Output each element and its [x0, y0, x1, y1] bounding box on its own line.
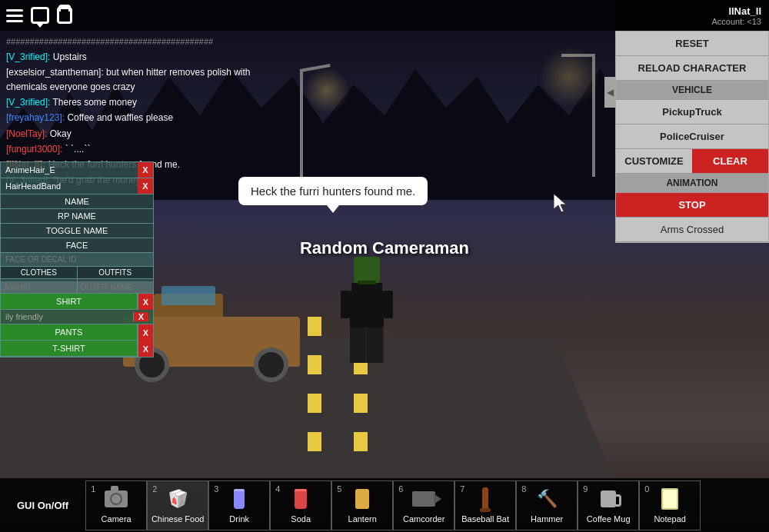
character [350, 257, 384, 363]
clear-btn[interactable]: CLEAR [692, 149, 768, 173]
asset-id-input[interactable] [1, 281, 77, 294]
toolbar-num-4: 4 [275, 484, 280, 494]
toolbar-num-9: 9 [583, 484, 588, 494]
lantern-icon [348, 485, 376, 513]
toolbar-item-camera[interactable]: 1 Camera [85, 480, 147, 530]
tshirt-remove-btn[interactable]: X [138, 341, 153, 357]
animation-header: ANIMATION [616, 174, 768, 193]
soda-icon [287, 485, 315, 513]
stop-btn[interactable]: STOP [616, 193, 768, 218]
coffee-mug-icon [594, 485, 622, 513]
pants-btn[interactable]: PANTS [1, 324, 138, 341]
toolbar-item-chinese-food[interactable]: 2 🥡 Chinese Food [147, 480, 208, 530]
toolbar-label-coffee-mug: Coffee Mug [587, 514, 631, 524]
outfits-col: OUTFITS [78, 267, 154, 294]
hairheadband-remove-btn[interactable]: X [138, 178, 153, 194]
baseball-bat-icon [471, 485, 499, 513]
pants-row: PANTS X [1, 324, 153, 341]
chat-text-3: Theres some money [53, 97, 137, 108]
shirt-row: SHIRT X [1, 294, 153, 310]
char-arm-r [384, 291, 393, 318]
chinese-food-icon: 🥡 [164, 485, 191, 513]
hairheadband-label: HairHeadBand [1, 179, 138, 193]
panel-item-hairheadband: HairHeadBand X [1, 178, 153, 195]
toolbar-label-notepad: Notepad [654, 514, 686, 524]
chat-name-3: [V_3rified]: [6, 97, 50, 108]
chat-msg-4: [freyahay123]: Coffee and waffles please [6, 111, 286, 125]
char-body [350, 291, 384, 328]
clothes-col: CLOTHES [1, 267, 78, 294]
chat-text-4: Coffee and waffles please [67, 112, 173, 123]
camera-icon [102, 485, 130, 513]
road-line-left [308, 317, 321, 455]
toolbar-label-hammer: Hammer [531, 514, 563, 524]
chat-msg-3: [V_3rified]: Theres some money [6, 95, 286, 110]
toolbar-num-6: 6 [398, 484, 403, 494]
arms-crossed-btn[interactable]: Arms Crossed [616, 218, 768, 242]
hammer-icon: 🔨 [533, 485, 561, 513]
user-info: IINat_II Account: <13 [615, 0, 769, 31]
tshirt-row: T-SHIRT X [1, 341, 153, 357]
police-cruiser-btn[interactable]: PoliceCruiser [616, 125, 768, 149]
chat-text-1: Upstairs [53, 52, 87, 62]
notepad-icon [656, 485, 684, 513]
char-leg-r [367, 328, 382, 363]
shirt-remove-btn[interactable]: X [138, 294, 153, 310]
toolbar-item-soda[interactable]: 4 Soda [270, 480, 331, 530]
chat-name-2: [exselsior_stantheman]: [6, 67, 104, 78]
vehicle-wheel-rl [254, 347, 288, 382]
customize-row: CUSTOMIZE CLEAR [616, 149, 768, 174]
account-info: Account: <13 [711, 17, 761, 26]
reset-btn[interactable]: RESET [616, 32, 768, 56]
backpack-icon[interactable] [57, 7, 72, 24]
vehicle-windshield [161, 286, 215, 305]
friendly-remove-btn[interactable]: X [133, 312, 148, 321]
chat-msg-5: [NoelTay]: Okay [6, 127, 286, 141]
chat-name-1: [V_3rified]: [6, 52, 50, 62]
toolbar-item-baseball-bat[interactable]: 7 Baseball Bat [454, 480, 516, 530]
toolbar-item-coffee-mug[interactable]: 9 Coffee Mug [578, 480, 639, 530]
clothes-header: CLOTHES [1, 267, 77, 279]
name-header: NAME [1, 195, 153, 209]
toolbar-label-camcorder: Camcorder [403, 514, 444, 524]
shirt-btn[interactable]: SHIRT [1, 294, 138, 310]
chat-text-6: ` `....`` [65, 144, 91, 155]
toolbar-num-0: 0 [644, 484, 649, 494]
rp-name-header: RP NAME [1, 209, 153, 224]
toggle-name-header: TOGGLE NAME [1, 224, 153, 238]
panel-item-animehair: AnimeHair_E X [1, 162, 153, 178]
friendly-text: ily friendly [5, 312, 43, 321]
toolbar-label-baseball-bat: Baseball Bat [461, 514, 509, 524]
chat-name-6: [fungurl3000]: [6, 144, 62, 155]
hamburger-menu[interactable] [6, 9, 23, 22]
drink-icon [225, 485, 253, 513]
toolbar-item-drink[interactable]: 3 Drink [208, 480, 270, 530]
toolbar-num-2: 2 [152, 484, 157, 494]
toolbar-item-hammer[interactable]: 8 🔨 Hammer [516, 480, 578, 530]
pants-remove-btn[interactable]: X [138, 324, 153, 341]
tshirt-btn[interactable]: T-SHIRT [1, 341, 138, 357]
street-light-glow-1 [304, 68, 350, 114]
animehair-label: AnimeHair_E [1, 163, 138, 177]
chat-icon[interactable] [31, 7, 49, 24]
animehair-remove-btn[interactable]: X [138, 162, 153, 178]
chat-hash-line: ########################################… [6, 35, 286, 49]
toolbar-item-camcorder[interactable]: 6 Camcorder [393, 480, 454, 530]
outfit-name-input[interactable] [78, 281, 154, 294]
right-panel-expand[interactable]: ◀ [604, 77, 615, 108]
top-bar [0, 0, 615, 31]
toolbar-label-lantern: Lantern [348, 514, 377, 524]
pickup-truck-btn[interactable]: PickupTruck [616, 100, 768, 125]
right-panel: RESET RELOAD CHARACTER VEHICLE PickupTru… [615, 31, 769, 243]
clothes-outfits-section: CLOTHES OUTFITS [1, 267, 153, 294]
toolbar-num-8: 8 [521, 484, 526, 494]
toolbar-num-7: 7 [460, 484, 464, 494]
reload-character-btn[interactable]: RELOAD CHARACTER [616, 56, 768, 81]
toolbar-item-lantern[interactable]: 5 Lantern [331, 480, 393, 530]
gui-toggle-btn[interactable]: GUI On/Off [8, 500, 78, 511]
toolbar-item-notepad[interactable]: 0 Notepad [639, 480, 701, 530]
street-light-1 [300, 69, 303, 185]
friendly-label-row: ily friendly X [1, 310, 153, 324]
face-decal-input[interactable] [1, 253, 153, 267]
customize-btn[interactable]: CUSTOMIZE [616, 149, 692, 173]
